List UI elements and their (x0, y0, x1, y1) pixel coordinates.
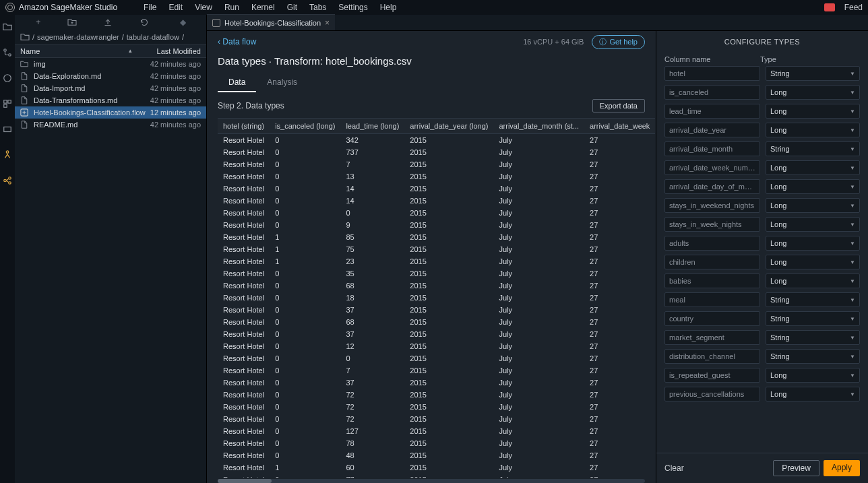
column-name-field[interactable]: arrival_date_year (664, 123, 760, 137)
file-row[interactable]: README.md42 minutes ago (15, 119, 206, 131)
type-dropdown[interactable]: Long▼ (766, 104, 860, 119)
breadcrumb[interactable]: / sagemaker-datawrangler / tabular-dataf… (15, 30, 206, 44)
type-dropdown[interactable]: Long▼ (766, 387, 860, 401)
table-row[interactable]: Resort Hotel092015July27 (218, 219, 655, 231)
table-row[interactable]: Resort Hotel0372015July27 (218, 377, 655, 389)
column-name-field[interactable]: meal (664, 292, 760, 307)
file-row[interactable]: Data-Transformations.md42 minutes ago (15, 94, 206, 106)
menu-edit[interactable]: Edit (162, 3, 189, 12)
menu-kernel[interactable]: Kernel (245, 3, 281, 12)
type-dropdown[interactable]: Long▼ (766, 85, 860, 100)
apply-button[interactable]: Apply (824, 460, 860, 476)
horizontal-scrollbar[interactable] (218, 479, 645, 483)
get-help-button[interactable]: ⓘ Get help (592, 35, 645, 49)
column-name[interactable]: Name (15, 47, 139, 55)
column-name-field[interactable]: hotel (664, 66, 760, 81)
table-row[interactable]: Resort Hotel03422015July27 (218, 134, 655, 147)
table-row[interactable]: Resort Hotel0372015July27 (218, 328, 655, 340)
type-dropdown[interactable]: Long▼ (766, 273, 860, 288)
table-row[interactable]: Resort Hotel0722015July27 (218, 413, 655, 425)
breadcrumb-segment[interactable]: tabular-dataflow (127, 33, 179, 41)
column-name-field[interactable]: babies (664, 273, 760, 288)
type-dropdown[interactable]: Long▼ (766, 368, 860, 383)
feed-link[interactable]: Feed (844, 3, 863, 12)
table-row[interactable]: Resort Hotel002015July27 (218, 207, 655, 219)
menu-run[interactable]: Run (218, 3, 245, 12)
commands-icon[interactable] (2, 98, 13, 109)
table-row[interactable]: Resort Hotel0682015July27 (218, 316, 655, 328)
refresh-icon[interactable] (140, 18, 154, 26)
table-row[interactable]: Resort Hotel01272015July27 (218, 425, 655, 437)
git-clone-icon[interactable]: ◆ (176, 18, 189, 27)
column-name-field[interactable]: country (664, 311, 760, 326)
type-dropdown[interactable]: Long▼ (766, 123, 860, 137)
type-dropdown[interactable]: String▼ (766, 330, 860, 345)
table-row[interactable]: Resort Hotel0372015July27 (218, 304, 655, 316)
git-icon[interactable] (2, 47, 13, 58)
column-header[interactable]: lead_time (long) (340, 119, 404, 134)
type-dropdown[interactable]: String▼ (766, 349, 860, 364)
column-name-field[interactable]: lead_time (664, 104, 760, 119)
type-dropdown[interactable]: Long▼ (766, 236, 860, 251)
type-dropdown[interactable]: String▼ (766, 292, 860, 307)
table-row[interactable]: Resort Hotel0132015July27 (218, 170, 655, 183)
extensions-icon[interactable] (2, 124, 13, 135)
table-row[interactable]: Resort Hotel0182015July27 (218, 292, 655, 304)
table-row[interactable]: Resort Hotel0782015July27 (218, 437, 655, 449)
file-row[interactable]: Data-Exploration.md42 minutes ago (15, 70, 206, 82)
table-row[interactable]: Resort Hotel002015July27 (218, 352, 655, 364)
column-name-field[interactable]: is_canceled (664, 85, 760, 100)
column-name-field[interactable]: previous_cancellations (664, 387, 760, 401)
table-row[interactable]: Resort Hotel0352015July27 (218, 267, 655, 280)
new-launcher-icon[interactable]: + (32, 18, 45, 27)
column-header[interactable]: arrival_date_week (584, 119, 655, 134)
components-icon[interactable] (2, 175, 13, 186)
pipeline-icon[interactable] (2, 150, 13, 160)
table-row[interactable]: Resort Hotel0482015July27 (218, 449, 655, 461)
table-row[interactable]: Resort Hotel0722015July27 (218, 401, 655, 413)
type-dropdown[interactable]: Long▼ (766, 255, 860, 269)
table-row[interactable]: Resort Hotel07372015July27 (218, 146, 655, 158)
column-header[interactable]: arrival_date_month (st... (493, 119, 584, 134)
menu-tabs[interactable]: Tabs (303, 3, 332, 12)
table-row[interactable]: Resort Hotel1232015July27 (218, 255, 655, 267)
file-list-header[interactable]: Name Last Modified (15, 44, 206, 58)
folder-icon[interactable] (2, 22, 13, 32)
tab-data[interactable]: Data (218, 73, 256, 92)
column-name-field[interactable]: is_repeated_guest (664, 368, 760, 383)
column-header[interactable]: is_canceled (long) (270, 119, 340, 134)
table-row[interactable]: Resort Hotel0142015July27 (218, 195, 655, 207)
type-dropdown[interactable]: String▼ (766, 311, 860, 326)
column-name-field[interactable]: arrival_date_month (664, 141, 760, 156)
table-row[interactable]: Resort Hotel072015July27 (218, 158, 655, 170)
tab-analysis[interactable]: Analysis (256, 73, 308, 92)
file-row[interactable]: Data-Import.md42 minutes ago (15, 82, 206, 94)
menu-help[interactable]: Help (374, 3, 403, 12)
table-row[interactable]: Resort Hotel0722015July27 (218, 389, 655, 401)
table-row[interactable]: Resort Hotel0142015July27 (218, 183, 655, 195)
export-data-button[interactable]: Export data (592, 99, 645, 112)
running-icon[interactable] (2, 73, 13, 84)
menu-git[interactable]: Git (281, 3, 303, 12)
column-name-field[interactable]: arrival_date_week_number (664, 160, 760, 175)
preview-button[interactable]: Preview (773, 460, 819, 476)
type-dropdown[interactable]: Long▼ (766, 198, 860, 213)
upload-icon[interactable] (104, 18, 117, 26)
menu-file[interactable]: File (137, 3, 162, 12)
column-name-field[interactable]: stays_in_weekend_nights (664, 198, 760, 213)
column-name-field[interactable]: children (664, 255, 760, 269)
close-icon[interactable]: × (325, 18, 330, 28)
table-row[interactable]: Resort Hotel1752015July27 (218, 243, 655, 255)
column-name-field[interactable]: adults (664, 236, 760, 251)
table-row[interactable]: Resort Hotel1602015July27 (218, 461, 655, 474)
new-folder-icon[interactable] (67, 18, 81, 26)
column-header[interactable]: hotel (string) (218, 119, 270, 134)
menu-settings[interactable]: Settings (332, 3, 373, 12)
column-name-field[interactable]: market_segment (664, 330, 760, 345)
notification-badge[interactable] (824, 3, 835, 11)
table-row[interactable]: Resort Hotel072015July27 (218, 364, 655, 377)
clear-button[interactable]: Clear (664, 463, 684, 473)
back-data-flow[interactable]: ‹ Data flow (218, 37, 256, 46)
column-name-field[interactable]: arrival_date_day_of_month (664, 179, 760, 194)
table-row[interactable]: Resort Hotel1852015July27 (218, 231, 655, 243)
